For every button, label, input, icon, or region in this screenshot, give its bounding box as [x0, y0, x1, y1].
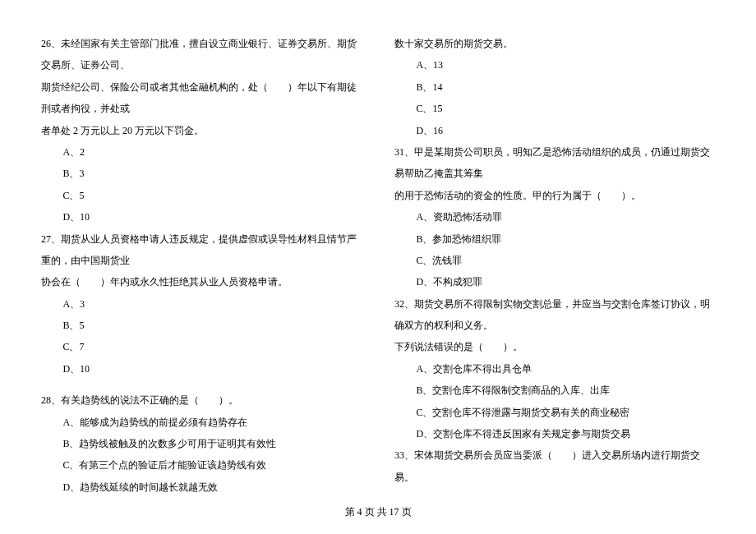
q28-optC: C、有第三个点的验证后才能验证该趋势线有效 [41, 454, 362, 476]
q32-optC: C、交割仓库不得泄露与期货交易有关的商业秘密 [394, 402, 715, 423]
q27-line2: 协会在（ ）年内或永久性拒绝其从业人员资格申请。 [41, 271, 362, 292]
q31-optA: A、资助恐怖活动罪 [394, 206, 715, 228]
q28-optA: A、能够成为趋势线的前提必须有趋势存在 [41, 412, 362, 433]
q28-optD: D、趋势线延续的时间越长就越无效 [41, 476, 362, 493]
q26-optB: B、3 [41, 163, 362, 184]
q31-line2: 的用于恐怖活动的资金的性质。甲的行为属于（ ）。 [394, 185, 715, 206]
q31-line1: 31、甲是某期货公司职员，明知乙是恐怖活动组织的成员，仍通过期货交易帮助乙掩盖其… [394, 141, 715, 185]
q32-line1: 32、期货交易所不得限制实物交割总量，并应当与交割仓库签订协议，明确双方的权利和… [394, 293, 715, 337]
q26-line2: 期货经纪公司、保险公司或者其他金融机构的，处（ ）年以下有期徒刑或者拘役，并处或 [41, 76, 362, 120]
left-column: 26、未经国家有关主管部门批准，擅自设立商业银行、证券交易所、期货交易所、证券公… [41, 33, 362, 493]
q26-optC: C、5 [41, 185, 362, 206]
q27-line1: 27、期货从业人员资格申请人违反规定，提供虚假或误导性材料且情节严重的，由中国期… [41, 228, 362, 272]
q30-optB: B、14 [394, 76, 715, 98]
q31-optD: D、不构成犯罪 [394, 271, 715, 292]
q31-optB: B、参加恐怖组织罪 [394, 228, 715, 250]
q32-optA: A、交割仓库不得出具仓单 [394, 358, 715, 380]
q33-optA: A、客户代表 [394, 488, 715, 493]
page-footer: 第 4 页 共 17 页 [41, 501, 715, 522]
q32-optB: B、交割仓库不得限制交割商品的入库、出库 [394, 380, 715, 401]
q26-optA: A、2 [41, 141, 362, 163]
q32-optD: D、交割仓库不得违反国家有关规定参与期货交易 [394, 423, 715, 444]
q30-cont: 数十家交易所的期货交易。 [394, 33, 715, 54]
q31-optC: C、洗钱罪 [394, 250, 715, 271]
q26-line3: 者单处 2 万元以上 20 万元以下罚金。 [41, 120, 362, 141]
q27-optD: D、10 [41, 358, 362, 380]
q33-line1: 33、宋体期货交易所会员应当委派（ ）进入交易所场内进行期货交易。 [394, 444, 715, 488]
q32-line2: 下列说法错误的是（ ）。 [394, 336, 715, 357]
q30-optA: A、13 [394, 54, 715, 76]
q27-optA: A、3 [41, 293, 362, 315]
q30-optD: D、16 [394, 120, 715, 141]
q27-optC: C、7 [41, 336, 362, 357]
q28-line1: 28、有关趋势线的说法不正确的是（ ）。 [41, 389, 362, 411]
q26-line1: 26、未经国家有关主管部门批准，擅自设立商业银行、证券交易所、期货交易所、证券公… [41, 33, 362, 76]
q28-optB: B、趋势线被触及的次数多少可用于证明其有效性 [41, 433, 362, 454]
q27-optB: B、5 [41, 315, 362, 336]
right-column: 数十家交易所的期货交易。 A、13 B、14 C、15 D、16 31、甲是某期… [394, 33, 715, 493]
q30-optC: C、15 [394, 98, 715, 119]
q26-optD: D、10 [41, 206, 362, 228]
